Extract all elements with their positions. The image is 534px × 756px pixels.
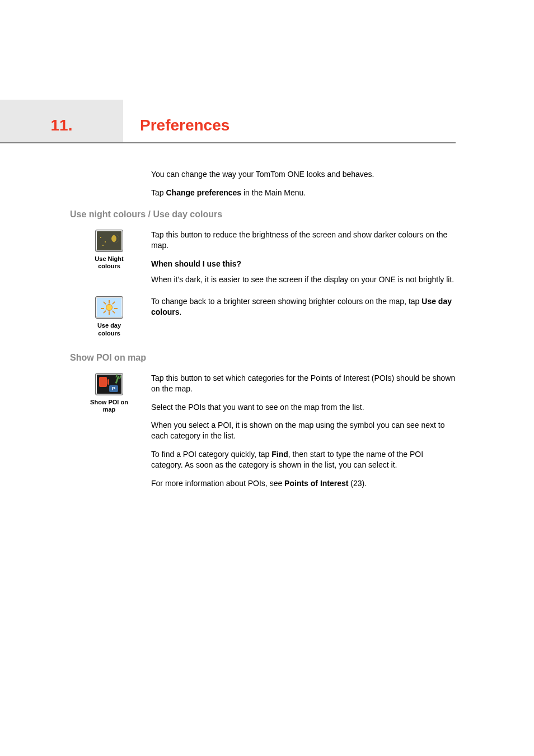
poi-p2: Select the POIs that you want to see on … — [151, 402, 456, 413]
poi-p3: When you select a POI, it is shown on th… — [151, 420, 456, 441]
caption-line: Show POI on — [90, 399, 128, 405]
show-poi-icon: P — [95, 373, 123, 395]
night-colours-icon — [95, 230, 123, 252]
caption-line: Use day — [97, 322, 121, 329]
text: For more information about POIs, see — [151, 479, 284, 488]
chapter-header: 11. Preferences — [0, 100, 456, 143]
points-of-interest-xref: Points of Interest — [284, 479, 348, 488]
caption-line: colours — [98, 330, 120, 337]
caption-line: Use Night — [95, 255, 123, 262]
section-title-poi: Show POI on map — [70, 353, 534, 363]
park-symbol: P — [109, 385, 118, 392]
night-subheading: When should I use this? — [151, 259, 456, 269]
chapter-title: Preferences — [123, 100, 229, 142]
text: (23). — [348, 479, 367, 488]
night-p1: Tap this button to reduce the brightness… — [151, 230, 456, 251]
intro-paragraph-1: You can change the way your TomTom ONE l… — [151, 169, 456, 180]
text: in the Main Menu. — [241, 188, 306, 197]
night-colours-caption: Use Night colours — [95, 255, 123, 270]
find-action: Find — [271, 450, 288, 459]
section-title-colours: Use night colours / Use day colours — [70, 209, 534, 220]
caption-line: colours — [98, 263, 120, 269]
night-p2: When it's dark, it is easier to see the … — [151, 274, 456, 285]
show-poi-caption: Show POI on map — [90, 399, 128, 413]
poi-p4: To find a POI category quickly, tap Find… — [151, 449, 456, 470]
chapter-number: 11. — [0, 100, 123, 142]
text: To find a POI category quickly, tap — [151, 450, 271, 459]
day-colours-icon — [95, 296, 123, 319]
poi-p1: Tap this button to set which categories … — [151, 373, 456, 394]
caption-line: map — [103, 406, 116, 413]
day-colours-caption: Use day colours — [97, 322, 121, 337]
poi-p5: For more information about POIs, see Poi… — [151, 478, 456, 489]
text: Tap — [151, 188, 166, 197]
change-preferences-action: Change preferences — [166, 188, 241, 197]
text: To change back to a brighter screen show… — [151, 297, 421, 306]
intro-paragraph-2: Tap Change preferences in the Main Menu. — [151, 188, 456, 198]
text: . — [180, 307, 182, 316]
day-p1: To change back to a brighter screen show… — [151, 296, 456, 318]
